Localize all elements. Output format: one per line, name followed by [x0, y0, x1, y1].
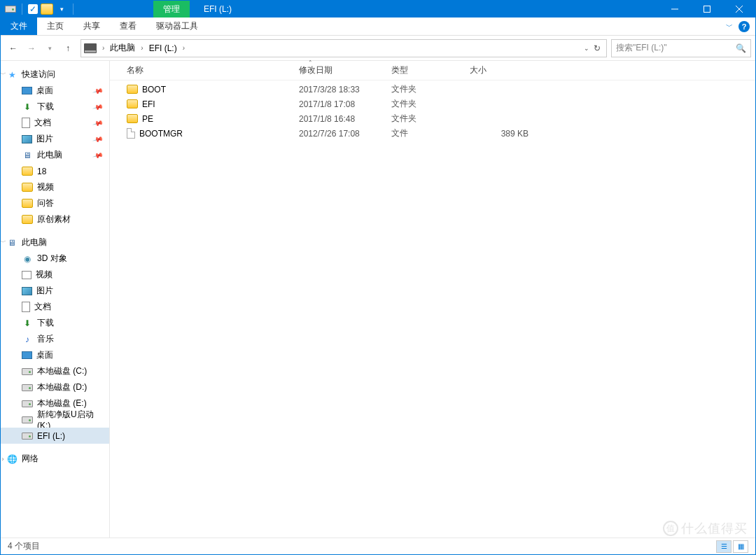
forward-button[interactable]: → — [23, 40, 40, 57]
pin-icon: 📌 — [92, 150, 104, 161]
minimize-button[interactable] — [659, 1, 691, 17]
icons-view-button[interactable]: ▦ — [733, 540, 748, 553]
desktop-icon — [22, 351, 32, 359]
sidebar-item[interactable]: ⬇下载 — [1, 315, 109, 331]
sidebar-this-pc[interactable]: ﹀ 🖥 此电脑 — [1, 234, 109, 251]
tab-drive-tools[interactable]: 驱动器工具 — [146, 17, 208, 35]
sidebar-item[interactable]: 问答 — [1, 195, 109, 211]
tab-share[interactable]: 共享 — [74, 17, 110, 35]
column-size[interactable]: 大小 — [464, 64, 534, 76]
address-bar[interactable]: › 此电脑 › EFI (L:) › ⌄ ↻ — [80, 39, 607, 57]
chevron-down-icon[interactable]: ﹀ — [1, 238, 6, 247]
titlebar[interactable]: ✓ ▾ 管理 EFI (L:) — [1, 1, 755, 17]
sidebar-item[interactable]: 桌面📌 — [1, 83, 109, 99]
sidebar-item[interactable]: 本地磁盘 (D:) — [1, 379, 109, 395]
file-type-cell: 文件夹 — [386, 113, 464, 125]
breadcrumb-current[interactable]: EFI (L:) — [146, 43, 180, 53]
column-type[interactable]: 类型 — [386, 64, 464, 76]
file-list[interactable]: BOOT2017/3/28 18:33文件夹EFI2017/1/8 17:08文… — [110, 80, 755, 538]
drive-icon — [5, 3, 16, 15]
file-date-cell: 2017/3/28 18:33 — [293, 85, 386, 94]
up-button[interactable]: ↑ — [59, 40, 76, 57]
sidebar-item[interactable]: 新纯净版U启动 (K:) — [1, 412, 109, 428]
sidebar-quick-access[interactable]: ﹀ ★ 快速访问 — [1, 66, 109, 83]
sidebar-item-label: 本地磁盘 (C:) — [37, 365, 87, 377]
sidebar-item[interactable]: 文档📌 — [1, 115, 109, 131]
chevron-right-icon[interactable]: › — [1, 456, 6, 463]
sidebar-item[interactable]: 视频 — [1, 179, 109, 195]
column-name[interactable]: 名称 — [121, 64, 293, 76]
sidebar-item-label: 视频 — [37, 181, 54, 193]
search-input[interactable]: 搜索"EFI (L:)" 🔍 — [611, 39, 751, 57]
sidebar-item[interactable]: EFI (L:) — [1, 428, 109, 444]
file-row[interactable]: BOOTMGR2012/7/26 17:08文件389 KB — [110, 126, 755, 141]
sidebar-item[interactable]: 桌面 — [1, 347, 109, 363]
quick-access-group: ﹀ ★ 快速访问 桌面📌⬇下载📌文档📌图片📌🖥此电脑📌18视频问答原创素材 — [1, 66, 109, 227]
status-bar: 4 个项目 ☰ ▦ — [1, 538, 755, 554]
sidebar-item[interactable]: 本地磁盘 (C:) — [1, 363, 109, 379]
file-row[interactable]: EFI2017/1/8 17:08文件夹 — [110, 97, 755, 111]
search-icon[interactable]: 🔍 — [736, 43, 746, 53]
context-tab-manage[interactable]: 管理 — [153, 1, 190, 17]
close-button[interactable] — [723, 1, 755, 17]
window-title: EFI (L:) — [204, 4, 232, 14]
folder-icon — [22, 199, 33, 208]
folder-icon — [22, 215, 33, 224]
sidebar-network[interactable]: › 🌐 网络 — [1, 451, 109, 467]
column-date[interactable]: 修改日期 — [293, 64, 386, 76]
sidebar-item[interactable]: 视频 — [1, 267, 109, 283]
doc-icon — [22, 302, 30, 312]
tab-home[interactable]: 主页 — [37, 17, 74, 35]
dropdown-icon[interactable]: ▾ — [56, 3, 67, 15]
recent-dropdown[interactable]: ▾ — [41, 40, 58, 57]
file-date-cell: 2012/7/26 17:08 — [293, 129, 386, 139]
chevron-right-icon[interactable]: › — [138, 44, 146, 52]
sidebar-item[interactable]: 图片📌 — [1, 131, 109, 147]
sidebar-item[interactable]: 🖥此电脑📌 — [1, 147, 109, 163]
tab-view[interactable]: 查看 — [110, 17, 146, 35]
drive-icon — [22, 384, 33, 391]
sidebar-item[interactable]: 图片 — [1, 283, 109, 299]
chevron-right-icon[interactable]: › — [99, 44, 107, 52]
sidebar-item-label: 音乐 — [37, 333, 54, 345]
maximize-button[interactable] — [691, 1, 723, 17]
desktop-icon — [22, 87, 32, 94]
down-icon: ⬇ — [22, 101, 33, 113]
tab-file[interactable]: 文件 — [1, 17, 37, 35]
window-controls — [659, 1, 755, 17]
refresh-icon[interactable]: ↻ — [594, 43, 601, 53]
sidebar-item[interactable]: 18 — [1, 163, 109, 179]
breadcrumb-this-pc[interactable]: 此电脑 — [107, 42, 138, 54]
this-pc-group: ﹀ 🖥 此电脑 ◉3D 对象视频图片文档⬇下载♪音乐桌面本地磁盘 (C:)本地磁… — [1, 234, 109, 444]
chevron-right-icon[interactable]: › — [180, 44, 188, 52]
sidebar-item[interactable]: ◉3D 对象 — [1, 251, 109, 267]
chevron-down-icon[interactable]: ﹀ — [1, 70, 6, 79]
folder-icon — [22, 183, 33, 192]
sidebar-item[interactable]: 文档 — [1, 299, 109, 315]
sidebar-item[interactable]: 原创素材 — [1, 211, 109, 227]
sidebar-item-label: 18 — [37, 167, 46, 176]
sidebar-item-label: 视频 — [36, 269, 52, 281]
ribbon-expand-icon[interactable]: ﹀ — [726, 22, 733, 31]
svg-rect-1 — [704, 6, 710, 13]
sidebar-item[interactable]: ⬇下载📌 — [1, 99, 109, 115]
file-date-cell: 2017/1/8 17:08 — [293, 99, 386, 109]
file-row[interactable]: PE2017/1/8 16:48文件夹 — [110, 111, 755, 126]
star-icon: ★ — [6, 69, 18, 80]
back-button[interactable]: ← — [5, 40, 22, 57]
sidebar-item-label: 下载 — [37, 317, 54, 329]
checkbox-icon[interactable]: ✓ — [28, 4, 38, 14]
file-type-cell: 文件夹 — [386, 83, 464, 95]
folder-icon — [127, 114, 138, 123]
folder-icon[interactable] — [41, 3, 53, 15]
navigation-pane[interactable]: ﹀ ★ 快速访问 桌面📌⬇下载📌文档📌图片📌🖥此电脑📌18视频问答原创素材 ﹀ … — [1, 61, 110, 538]
file-name-cell: PE — [121, 114, 293, 124]
folder-icon — [22, 167, 33, 176]
address-dropdown-icon[interactable]: ⌄ — [584, 45, 589, 52]
sidebar-item[interactable]: ♪音乐 — [1, 331, 109, 347]
details-view-button[interactable]: ☰ — [716, 540, 732, 553]
help-icon[interactable]: ? — [738, 21, 750, 32]
body: ﹀ ★ 快速访问 桌面📌⬇下载📌文档📌图片📌🖥此电脑📌18视频问答原创素材 ﹀ … — [1, 61, 755, 538]
file-row[interactable]: BOOT2017/3/28 18:33文件夹 — [110, 82, 755, 97]
pic-icon — [22, 287, 32, 295]
